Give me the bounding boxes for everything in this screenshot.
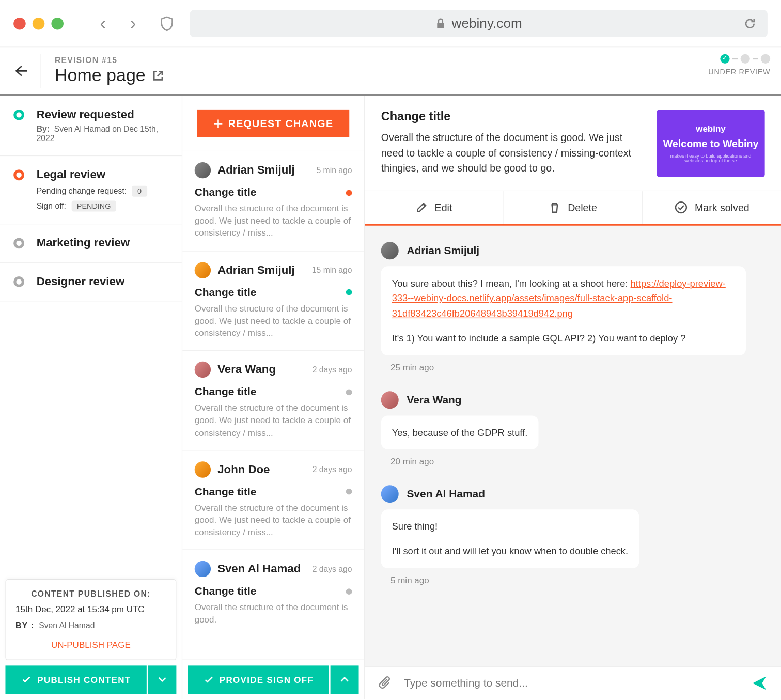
minimize-window-icon[interactable]: [33, 17, 45, 29]
maximize-window-icon[interactable]: [51, 17, 64, 29]
chevron-down-icon: [158, 677, 166, 682]
publish-info-card: CONTENT PUBLISHED ON: 15th Dec, 2022 at …: [5, 579, 176, 660]
status-dot-icon: [346, 588, 352, 595]
step-marketing-review[interactable]: Marketing review: [0, 224, 182, 263]
avatar: [195, 461, 211, 477]
step-dot-3: [761, 54, 770, 64]
status-dot-icon: [346, 289, 352, 295]
attachment-icon[interactable]: [378, 676, 393, 691]
comment-time: 5 min ago: [390, 575, 765, 585]
svg-point-1: [676, 202, 686, 213]
pencil-icon: [416, 201, 428, 214]
comment-time: 20 min ago: [390, 456, 765, 466]
status-dot-icon: [346, 389, 352, 395]
url-bar[interactable]: webiny.com: [190, 10, 768, 37]
signoff-dropdown-button[interactable]: [331, 665, 359, 694]
check-icon: [203, 674, 214, 685]
detail-description: Overall the structure of the document is…: [381, 130, 644, 176]
browser-forward-icon[interactable]: ›: [122, 13, 144, 34]
change-request-item[interactable]: Adrian Smijulj5 min ago Change title Ove…: [182, 151, 364, 251]
step-designer-review[interactable]: Designer review: [0, 263, 182, 302]
page-title: Home page: [55, 65, 146, 86]
request-change-button[interactable]: REQUEST CHANGE: [197, 110, 349, 137]
change-request-item[interactable]: Sven Al Hamad2 days ago Change title Ove…: [182, 550, 364, 637]
step-dot-2: [741, 54, 750, 64]
workflow-steps-panel: Review requested By: Sven Al Hamad on De…: [0, 96, 182, 699]
revision-label: REVISION #15: [55, 55, 164, 65]
avatar: [195, 561, 211, 577]
page-header: REVISION #15 Home page UNDER REVIEW: [0, 48, 781, 96]
avatar: [195, 162, 211, 178]
shield-icon[interactable]: [160, 16, 174, 31]
step-bullet-icon: [13, 169, 24, 180]
avatar: [195, 262, 211, 278]
edit-button[interactable]: Edit: [365, 191, 504, 224]
publish-dropdown-button[interactable]: [148, 665, 176, 694]
back-button[interactable]: [12, 63, 27, 78]
traffic-lights: [13, 17, 64, 29]
pending-count-badge: 0: [132, 186, 147, 197]
comment-bubble: You sure about this? I mean, I'm looking…: [381, 266, 746, 355]
step-bullet-icon: [13, 238, 24, 248]
mark-solved-button[interactable]: Mark solved: [643, 191, 781, 224]
preview-thumbnail[interactable]: webiny Welcome to Webiny makes it easy t…: [657, 110, 764, 177]
url-text: webiny.com: [452, 15, 522, 31]
comment-time: 25 min ago: [390, 362, 765, 372]
provide-signoff-button[interactable]: PROVIDE SIGN OFF: [188, 665, 329, 694]
lock-icon: [435, 18, 445, 29]
change-requests-panel: REQUEST CHANGE Adrian Smijulj5 min ago C…: [182, 96, 365, 699]
plus-icon: [213, 119, 223, 128]
status-dot-icon: [346, 190, 352, 196]
step-bullet-icon: [13, 110, 24, 120]
change-request-item[interactable]: John Doe2 days ago Change title Overall …: [182, 450, 364, 550]
close-window-icon[interactable]: [13, 17, 26, 29]
progress-steps: [708, 54, 770, 64]
step-legal-review[interactable]: Legal review Pending change request:0 Si…: [0, 156, 182, 224]
comment-bubble: Sure thing! I'll sort it out and will le…: [381, 509, 639, 568]
detail-action-bar: Edit Delete Mark solved: [365, 191, 781, 226]
external-link-icon[interactable]: [152, 69, 165, 82]
signoff-badge: PENDING: [71, 200, 116, 211]
check-circle-icon: [675, 200, 688, 214]
trash-icon: [549, 201, 561, 214]
unpublish-link[interactable]: UN-PUBLISH PAGE: [15, 640, 166, 650]
publish-content-button[interactable]: PUBLISH CONTENT: [5, 665, 146, 694]
svg-rect-0: [437, 23, 444, 28]
browser-chrome: ‹ › webiny.com: [0, 0, 781, 48]
comment-item: Vera Wang Yes, because of the GDPR stuff…: [381, 391, 765, 466]
avatar: [381, 242, 399, 259]
check-icon: [21, 674, 32, 685]
comment-bubble: Yes, because of the GDPR stuff.: [381, 415, 538, 449]
comments-pane: Adrian Smijulj You sure about this? I me…: [365, 226, 781, 666]
change-request-item[interactable]: Vera Wang2 days ago Change title Overall…: [182, 350, 364, 450]
comment-item: Sven Al Hamad Sure thing! I'll sort it o…: [381, 485, 765, 585]
detail-title: Change title: [381, 110, 644, 123]
send-icon[interactable]: [751, 675, 767, 691]
chevron-up-icon: [340, 677, 349, 682]
status-dot-icon: [346, 489, 352, 495]
step-review-requested[interactable]: Review requested By: Sven Al Hamad on De…: [0, 96, 182, 156]
status-label: UNDER REVIEW: [708, 68, 770, 76]
step-bullet-icon: [13, 276, 24, 287]
reload-icon[interactable]: [743, 17, 757, 30]
change-request-detail-panel: Change title Overall the structure of th…: [365, 96, 781, 699]
compose-bar: [365, 666, 781, 699]
avatar: [381, 391, 399, 409]
delete-button[interactable]: Delete: [504, 191, 643, 224]
step-dot-1: [720, 54, 729, 64]
browser-back-icon[interactable]: ‹: [92, 13, 114, 34]
avatar: [381, 485, 399, 503]
compose-input[interactable]: [404, 677, 740, 690]
avatar: [195, 362, 211, 378]
comment-item: Adrian Smijulj You sure about this? I me…: [381, 242, 765, 372]
change-request-item[interactable]: Adrian Smijulj15 min ago Change title Ov…: [182, 251, 364, 350]
